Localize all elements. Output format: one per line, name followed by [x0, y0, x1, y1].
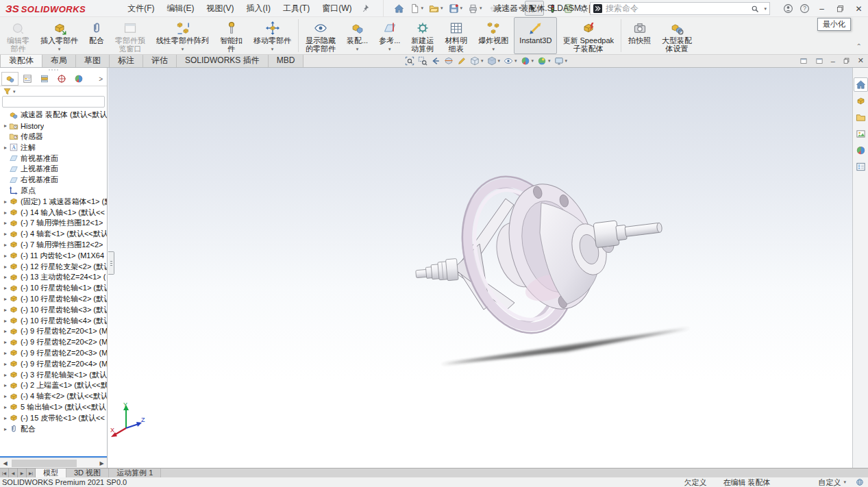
home-button[interactable]: [392, 1, 406, 16]
nav-first-icon[interactable]: |◀: [0, 469, 9, 477]
ribbon-bom-button[interactable]: 材料明 细表: [439, 17, 473, 54]
tree-item[interactable]: ▸A注解: [0, 142, 107, 153]
tree-item[interactable]: ▸(-) 15 皮带轮<1> (默认<<: [0, 412, 107, 423]
panel-tab-configurationmanager[interactable]: [36, 72, 53, 86]
nav-next-icon[interactable]: ▶: [18, 469, 27, 477]
help-icon[interactable]: ?: [796, 3, 813, 14]
view-settings-dropdown-icon[interactable]: ▾: [565, 58, 568, 64]
search-input[interactable]: 搜索命令: [606, 3, 747, 14]
menubar-item[interactable]: 插入(I): [240, 0, 277, 17]
tree-item[interactable]: ▸(-) 7 轴用弹性挡圈12<2>: [0, 240, 107, 251]
tree-item[interactable]: ▸(-) 7 轴用弹性挡圈12<1>: [0, 218, 107, 229]
expander-icon[interactable]: ▸: [2, 253, 9, 259]
tree-item[interactable]: ▸(-) 9 行星齿轮Z=20<3> (M: [0, 348, 107, 359]
ribbon-speedpak-button[interactable]: 更新 Speedpak 子装配体: [557, 17, 619, 54]
taskpane-custom-properties-button[interactable]: [854, 160, 868, 174]
nav-last-icon[interactable]: ▶|: [27, 469, 36, 477]
ribbon-instant3d-button[interactable]: Instant3D: [514, 17, 557, 54]
child-window-icon[interactable]: [815, 57, 823, 65]
panel-splitter-handle[interactable]: [108, 251, 114, 275]
tab-evaluate[interactable]: 评估: [142, 54, 177, 67]
expander-icon[interactable]: ▸: [2, 264, 9, 270]
zoom-area-button[interactable]: [417, 56, 428, 66]
filter-input[interactable]: [2, 96, 105, 108]
expander-icon[interactable]: ▸: [2, 242, 9, 248]
ribbon-large-assembly-button[interactable]: 大型装配 体设置: [656, 17, 697, 54]
open-button[interactable]: ▾: [427, 1, 445, 16]
scroll-right-icon[interactable]: ▶: [97, 460, 107, 466]
tree-item[interactable]: 传感器: [0, 132, 107, 142]
edit-appearance-button[interactable]: ▾: [520, 56, 535, 66]
account-icon[interactable]: [780, 3, 796, 14]
zoom-fit-button[interactable]: [404, 56, 415, 66]
save-dropdown-icon[interactable]: ▾: [460, 5, 463, 11]
tree-item[interactable]: ▸(-) 14 输入轴<1> (默认<<: [0, 207, 107, 218]
tab-sketch[interactable]: 草图: [75, 54, 110, 67]
tab-mbd[interactable]: MBD: [268, 54, 304, 67]
ribbon-motion-study-button[interactable]: 新建运 动算例: [406, 17, 439, 54]
hide-show-items-button[interactable]: ▾: [503, 56, 518, 66]
open-dropdown-icon[interactable]: ▾: [441, 5, 443, 11]
expander-icon[interactable]: ▸: [2, 123, 9, 129]
expander-icon[interactable]: ▸: [2, 199, 9, 205]
dynamic-annotation-button[interactable]: [456, 56, 467, 66]
statusbar-custom-dropdown-icon[interactable]: ▾: [843, 479, 846, 485]
tree-item[interactable]: ▸(-) 10 行星齿轮轴<3> (默认: [0, 304, 107, 315]
expander-icon[interactable]: ▸: [2, 328, 9, 334]
expander-icon[interactable]: ▸: [2, 415, 9, 421]
save-button[interactable]: ▾: [447, 1, 465, 16]
tree-item[interactable]: ▸History: [0, 121, 107, 132]
view-orientation-button[interactable]: ▾: [469, 56, 484, 66]
expander-icon[interactable]: ▸: [2, 296, 9, 302]
exploded-view-dropdown-icon[interactable]: ▾: [493, 45, 495, 53]
expander-icon[interactable]: ▸: [2, 350, 9, 356]
view-settings-button[interactable]: ▾: [554, 56, 569, 66]
nav-previous-icon[interactable]: ◀: [9, 469, 18, 477]
expander-icon[interactable]: ▸: [2, 318, 9, 324]
expander-icon[interactable]: ▸: [2, 361, 9, 367]
tree-horizontal-scrollbar[interactable]: ◀ ▶: [0, 458, 107, 468]
edit-appearance-dropdown-icon[interactable]: ▾: [532, 58, 534, 64]
ribbon-smart-fasteners-button[interactable]: 智能扣 件: [214, 17, 248, 54]
search-command-box[interactable]: 搜索命令 ▾: [590, 2, 770, 15]
panel-tab-featuremanager[interactable]: [1, 72, 18, 86]
graphics-viewport[interactable]: Y X Z: [108, 68, 852, 468]
tab-solidworks-addins[interactable]: SOLIDWORKS 插件: [176, 54, 269, 67]
tree-item[interactable]: 减速器 装配体 (默认<默认_显: [0, 110, 107, 121]
doc-minimize-button[interactable]: –: [831, 57, 835, 65]
ribbon-linear-pattern-button[interactable]: 线性零部件阵列▾: [151, 17, 214, 54]
pin-icon[interactable]: [361, 4, 369, 12]
scrollbar-thumb[interactable]: [12, 460, 77, 467]
display-style-button[interactable]: ▾: [486, 56, 501, 66]
taskpane-home-button[interactable]: [854, 77, 868, 92]
minimize-button[interactable]: –: [813, 0, 831, 17]
print-button[interactable]: ▾: [466, 1, 484, 16]
tree-item[interactable]: ▸(-) 12 行星轮支架<2> (默认: [0, 261, 107, 272]
linear-pattern-dropdown-icon[interactable]: ▾: [182, 45, 184, 53]
doc-close-button[interactable]: ✕: [858, 56, 864, 65]
new-document-dropdown-icon[interactable]: ▾: [421, 5, 424, 11]
tree-item[interactable]: ▸(固定) 1 减速器箱体<1> (默: [0, 196, 107, 207]
menubar-item[interactable]: 编辑(E): [161, 0, 201, 17]
filter-dropdown-icon[interactable]: ▾: [13, 89, 16, 95]
close-button[interactable]: ✕: [850, 0, 868, 17]
tree-item[interactable]: ▸(-) 4 轴套<2> (默认<<默认: [0, 391, 107, 402]
apply-scene-button[interactable]: ▾: [536, 56, 551, 66]
new-document-button[interactable]: ▾: [408, 1, 426, 16]
tab-assembly[interactable]: 装配体: [0, 54, 42, 67]
tree-item[interactable]: 前视基准面: [0, 153, 107, 164]
panel-tab-displaymanager[interactable]: [70, 72, 87, 86]
move-component-dropdown-icon[interactable]: ▾: [271, 45, 274, 53]
tree-item[interactable]: ▸(-) 4 轴套<1> (默认<<默认: [0, 229, 107, 240]
search-dropdown-icon[interactable]: ▾: [764, 6, 767, 12]
menubar-item[interactable]: 文件(F): [121, 0, 160, 17]
expander-icon[interactable]: ▸: [2, 339, 9, 345]
bottom-tab-motion-study[interactable]: 运动算例 1: [109, 469, 161, 477]
expander-icon[interactable]: ▸: [2, 307, 9, 313]
tree-item[interactable]: ▸配合: [0, 423, 107, 434]
panel-tab-propertymanager[interactable]: [18, 72, 36, 86]
ribbon-move-component-button[interactable]: 移动零部件▾: [248, 17, 297, 54]
taskpane-view-palette-button[interactable]: [854, 127, 868, 141]
filter-funnel-icon[interactable]: [3, 87, 12, 96]
units-globe-icon[interactable]: [856, 478, 864, 486]
